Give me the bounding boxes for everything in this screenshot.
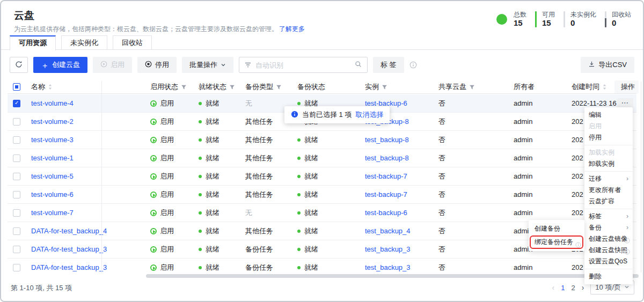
ready-dot-icon xyxy=(199,138,202,142)
tab-available-resources[interactable]: 可用资源 xyxy=(10,35,56,50)
learn-more-link[interactable]: 了解更多 xyxy=(279,25,305,33)
stat-value: 0 xyxy=(612,18,631,28)
row-checkbox[interactable] xyxy=(13,227,20,235)
volume-name-link[interactable]: DATA-for-test_backup_3 xyxy=(31,259,107,272)
enable-button[interactable]: 启用 xyxy=(93,57,132,73)
ready-status: 就绪 xyxy=(199,131,219,149)
menu-item[interactable]: 创建云盘镜像 xyxy=(584,233,633,245)
next-page-icon[interactable]: › xyxy=(582,283,584,292)
column-header-6[interactable]: 共享云盘 xyxy=(438,80,475,93)
column-header-1[interactable]: 启用状态 xyxy=(150,80,187,93)
filter-icon[interactable] xyxy=(181,84,187,90)
row-checkbox[interactable] xyxy=(13,118,20,126)
play-circle-icon xyxy=(100,61,107,69)
refresh-button[interactable] xyxy=(10,57,28,73)
column-header-0[interactable]: 名称 xyxy=(31,80,53,93)
selection-text: 当前已选择 1 项 xyxy=(302,110,352,120)
create-disk-button[interactable]: ＋ 创建云盘 xyxy=(33,57,87,73)
instance-link[interactable]: test_backup_3 xyxy=(365,259,411,272)
submenu-item[interactable]: 绑定备份任务 xyxy=(529,235,584,249)
filter-icon[interactable] xyxy=(229,84,235,90)
enable-status: 启用 xyxy=(150,149,174,167)
volume-name-link[interactable]: DATA-for-test_backup_4 xyxy=(31,222,107,240)
menu-item[interactable]: 备份› xyxy=(584,222,633,233)
row-checkbox[interactable] xyxy=(13,136,20,144)
cancel-selection-link[interactable]: 取消选择 xyxy=(355,110,383,120)
column-label: 创建时间 xyxy=(572,82,599,92)
instance-link[interactable]: test-backup-7 xyxy=(365,167,407,185)
volume-name-link[interactable]: test-volume-5 xyxy=(31,167,74,185)
batch-actions-button[interactable]: 批量操作 xyxy=(182,57,233,73)
menu-item[interactable]: 云盘扩容 xyxy=(584,196,633,207)
page-2-button[interactable]: 2 xyxy=(571,284,575,292)
instance-link[interactable]: test_backup_4 xyxy=(365,222,411,240)
search-box[interactable] xyxy=(239,57,368,73)
filter-icon[interactable] xyxy=(382,84,387,90)
enabled-icon xyxy=(150,210,157,216)
column-header-5[interactable]: 实例 xyxy=(365,80,387,93)
menu-item-label: 启用 xyxy=(589,122,602,130)
disable-button[interactable]: 停用 xyxy=(137,57,177,73)
volume-name-link[interactable]: test-volume-1 xyxy=(31,149,74,167)
sort-icon[interactable] xyxy=(48,84,53,90)
menu-item[interactable]: 迁移› xyxy=(584,173,633,185)
enabled-icon xyxy=(150,137,157,143)
horizontal-scrollbar[interactable] xyxy=(146,274,639,278)
row-checkbox[interactable] xyxy=(13,173,20,180)
menu-item[interactable]: 卸载实例 xyxy=(584,158,633,170)
page-1-button[interactable]: 1 xyxy=(561,284,565,292)
volume-name-link[interactable]: DATA-for-test_backup_3 xyxy=(31,240,107,258)
row-checkbox[interactable] xyxy=(13,191,20,198)
row-checkbox[interactable] xyxy=(13,154,20,162)
instance-link[interactable]: test-backup-6 xyxy=(365,204,407,222)
enable-status: 启用 xyxy=(150,240,174,258)
prev-page-icon[interactable]: ‹ xyxy=(552,283,555,292)
row-checkbox[interactable] xyxy=(13,100,20,107)
menu-item[interactable]: 标签› xyxy=(584,211,633,222)
search-icon[interactable] xyxy=(355,60,362,70)
column-header-8[interactable]: 创建时间 xyxy=(572,80,607,93)
menu-item[interactable]: 停用 xyxy=(584,132,633,143)
menu-item[interactable]: 更改所有者 xyxy=(584,185,633,196)
menu-item[interactable]: 删除 xyxy=(584,271,633,282)
backup-ready-dot-icon xyxy=(297,266,301,269)
menu-item-label: 创建云盘快照 xyxy=(589,246,627,254)
row-checkbox[interactable] xyxy=(13,246,20,253)
tab-not-instantiated[interactable]: 未实例化 xyxy=(61,35,107,50)
row-checkbox[interactable] xyxy=(13,264,20,271)
tab-recycle-bin[interactable]: 回收站 xyxy=(113,35,152,50)
tag-button[interactable]: 标 签 xyxy=(373,57,404,73)
backup-submenu: 创建备份绑定备份任务 xyxy=(529,220,584,251)
menu-item[interactable]: 设置云盘QoS xyxy=(584,256,633,267)
search-input[interactable] xyxy=(255,61,350,69)
shared-disk: 否 xyxy=(438,149,445,167)
ready-dot-icon xyxy=(199,175,202,178)
sort-icon[interactable] xyxy=(602,84,607,90)
column-header-2[interactable]: 就绪状态 xyxy=(199,80,235,93)
column-header-3[interactable]: 备份类型 xyxy=(245,80,282,93)
ready-status: 就绪 xyxy=(199,259,219,272)
submenu-item[interactable]: 创建备份 xyxy=(529,222,584,235)
menu-item[interactable]: 编辑 xyxy=(584,109,633,121)
volume-name-link[interactable]: test-volume-2 xyxy=(31,113,74,130)
row-checkbox[interactable] xyxy=(13,209,20,217)
backup-status: 就绪 xyxy=(297,186,318,203)
volume-name-link[interactable]: test-volume-6 xyxy=(31,186,74,203)
volume-name-link[interactable]: test-volume-3 xyxy=(31,131,74,149)
instance-link[interactable]: test-backup-7 xyxy=(365,186,407,203)
instance-link[interactable]: test_backup-8 xyxy=(365,131,409,149)
instance-link[interactable]: test_backup-8 xyxy=(365,149,409,167)
instance-link[interactable]: test_backup_3 xyxy=(365,240,411,258)
info-icon[interactable] xyxy=(409,61,417,69)
volume-name-link[interactable]: test-volume-7 xyxy=(31,204,74,222)
submenu-item-label: 绑定备份任务 xyxy=(535,238,573,246)
volume-name-link[interactable]: test-volume-4 xyxy=(31,94,74,112)
filter-icon[interactable] xyxy=(276,84,282,90)
filter-icon[interactable] xyxy=(469,84,475,90)
owner: admin xyxy=(514,94,532,112)
export-csv-button[interactable]: 导出CSV xyxy=(581,57,634,73)
select-all-checkbox[interactable] xyxy=(13,83,20,91)
ready-status: 就绪 xyxy=(199,167,219,185)
refresh-icon xyxy=(15,61,23,70)
menu-item[interactable]: 创建云盘快照 xyxy=(584,245,633,256)
